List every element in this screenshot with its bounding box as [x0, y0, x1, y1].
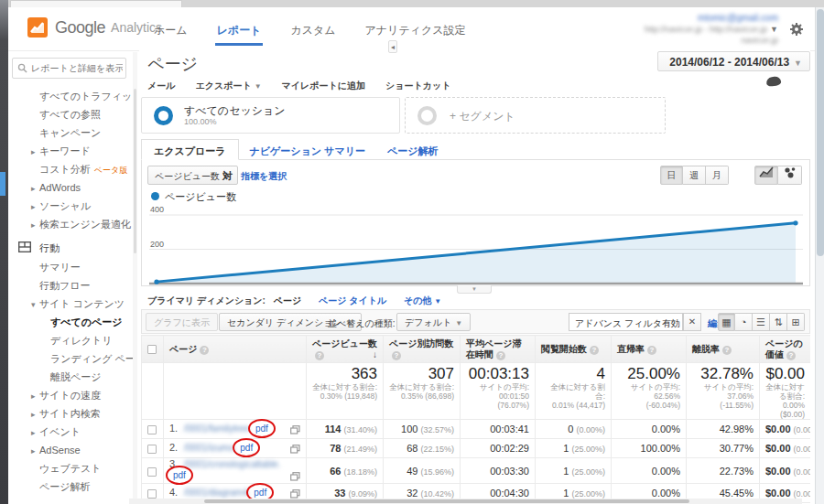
pageviews-chart-area[interactable]: 200400 — [149, 202, 803, 286]
help-icon[interactable]: ? — [392, 351, 401, 360]
nav-item-ホーム[interactable]: ホーム — [139, 7, 202, 51]
gear-icon[interactable] — [789, 22, 804, 37]
sidebar-item-サイト内検索[interactable]: ▸サイト内検索 — [8, 404, 137, 423]
column-header-ページビュー数[interactable]: ページビュー数?↓ — [307, 336, 384, 363]
segment-all-sessions[interactable]: すべてのセッション 100.00% — [141, 97, 400, 134]
plot-rows-button[interactable]: グラフに表示 — [146, 313, 218, 331]
column-header-ページの価値[interactable]: ページの価値? — [760, 336, 811, 363]
account-info[interactable]: mtomic@gmail.com http://navicon.jp - htt… — [645, 13, 778, 46]
select-all-checkbox[interactable] — [147, 345, 157, 354]
search-input[interactable] — [31, 63, 123, 73]
pdf-link[interactable]: pdf — [255, 424, 268, 434]
toolbar-ショートカット[interactable]: ショートカット — [385, 80, 450, 94]
table-view-icon[interactable]: ▦ — [718, 313, 735, 331]
column-header-平均ページ滞在時間[interactable]: 平均ページ滞在時間? — [461, 336, 536, 363]
nav-item-アナリティクス設定[interactable]: アナリティクス設定 — [351, 7, 481, 51]
chart-collapse-tab[interactable]: ▼ — [457, 285, 492, 294]
sidebar-item-キーワード[interactable]: ▸キーワード — [8, 142, 137, 160]
toolbar-マイレポートに追加[interactable]: マイレポートに追加 — [282, 80, 365, 94]
pdf-link[interactable]: pdf — [240, 443, 253, 453]
sidebar-item-コスト分析[interactable]: コスト分析ベータ版 — [8, 160, 137, 178]
performance-view-icon[interactable]: ☰ — [753, 313, 770, 331]
column-header-ページ別訪問数[interactable]: ページ別訪問数? — [384, 336, 461, 363]
sidebar-item-AdSense[interactable]: ▸AdSense — [8, 441, 137, 459]
sidebar-item-すべての参照[interactable]: すべての参照 — [8, 105, 137, 123]
sidebar-item-コンバージョン[interactable]: コンバージョン — [8, 500, 137, 504]
granularity-月-button[interactable]: 月 — [706, 166, 729, 185]
tab-ページ解析[interactable]: ページ解析 — [376, 140, 450, 158]
nav-item-カスタム[interactable]: カスタム — [276, 7, 350, 51]
chart-point-2014/06/13[interactable] — [793, 220, 797, 225]
comparison-view-icon[interactable]: ⇅ — [770, 313, 787, 331]
vertical-scrollbar-thumb[interactable] — [817, 9, 824, 256]
sidebar-scrollbar[interactable] — [133, 52, 137, 504]
column-header-閲覧開始数[interactable]: 閲覧開始数? — [536, 336, 612, 363]
sidebar-item-行動[interactable]: 行動 — [8, 238, 137, 258]
sidebar-item-AdWords[interactable]: ▸AdWords — [8, 178, 137, 197]
analyze-page-icon[interactable] — [290, 472, 300, 483]
sidebar-item-サイトの速度[interactable]: ▸サイトの速度 — [8, 386, 137, 404]
tab-エクスプローラ[interactable]: エクスプローラ — [141, 139, 239, 160]
account-caret-icon[interactable]: ▼ — [770, 25, 778, 34]
chart-point-2014/06/12[interactable] — [154, 280, 158, 284]
sidebar-item-離脱ページ[interactable]: 離脱ページ — [8, 368, 137, 386]
dimension-page[interactable]: ページ — [274, 295, 301, 306]
sidebar-item-ページ解析[interactable]: ページ解析 — [8, 477, 137, 496]
insights-icon[interactable] — [765, 76, 781, 87]
page-url-prefix[interactable]: /0001/familytree. — [184, 424, 252, 434]
granularity-週-button[interactable]: 週 — [683, 166, 706, 185]
sidebar-item-サイト コンテンツ[interactable]: ▾サイト コンテンツ — [8, 295, 137, 313]
nav-item-レポート[interactable]: レポート — [202, 7, 276, 51]
help-icon[interactable]: ? — [315, 351, 324, 360]
row-checkbox[interactable] — [147, 445, 157, 454]
tab-ナビゲーション サマリー[interactable]: ナビゲーション サマリー — [239, 140, 376, 158]
sort-desc-icon[interactable]: ↓ — [373, 349, 377, 360]
column-header-ページ[interactable]: ページ? — [164, 336, 307, 363]
sidebar-item-行動フロー[interactable]: 行動フロー — [8, 276, 137, 295]
sort-type-button[interactable]: デフォルト▼ — [396, 313, 471, 331]
vertical-scrollbar[interactable] — [815, 7, 824, 504]
row-checkbox[interactable] — [147, 489, 157, 499]
help-icon[interactable]: ? — [647, 346, 656, 355]
sidebar-item-ソーシャル[interactable]: ▸ソーシャル — [8, 197, 137, 215]
sidebar-item-イベント[interactable]: ▸イベント — [8, 423, 137, 441]
date-range-selector[interactable]: 2014/06/12 - 2014/06/13▼ — [657, 51, 810, 71]
toolbar-メール[interactable]: メール — [147, 80, 175, 94]
page-url-prefix[interactable]: /0001/izumo. — [184, 443, 236, 453]
advanced-filter-input[interactable]: アドバンス フィルタ有効 — [569, 313, 683, 331]
sidebar-item-ウェブテスト[interactable]: ウェブテスト — [8, 459, 137, 477]
column-header-離脱率[interactable]: 離脱率? — [687, 336, 760, 363]
motion-chart-icon[interactable] — [778, 166, 802, 185]
sidebar-item-すべてのページ[interactable]: すべてのページ — [8, 313, 137, 331]
pdf-link[interactable]: pdf — [173, 470, 186, 480]
add-segment-button[interactable]: + セグメント — [405, 97, 666, 134]
sidebar-scrollbar-thumb[interactable] — [134, 89, 136, 253]
sidebar-item-サマリー[interactable]: サマリー — [8, 258, 137, 276]
page-url-prefix[interactable]: /0001/cronologicaltable. — [184, 459, 281, 469]
column-header-直帰率[interactable]: 直帰率? — [612, 336, 687, 363]
sidebar-item-ランディング ページ[interactable]: ランディング ページ — [8, 349, 137, 368]
row-checkbox[interactable] — [147, 425, 157, 434]
help-icon[interactable]: ? — [496, 351, 505, 360]
row-checkbox[interactable] — [147, 467, 157, 477]
pdf-link[interactable]: pdf — [254, 488, 266, 498]
help-icon[interactable]: ? — [722, 346, 732, 355]
dimension-more-link[interactable]: その他 ▼ — [404, 295, 441, 306]
sidebar-item-キャンペーン[interactable]: キャンペーン — [8, 123, 137, 142]
sidebar-collapse-button[interactable]: ◂ — [388, 40, 397, 53]
sidebar-item-ディレクトリ[interactable]: ディレクトリ — [8, 331, 137, 349]
dimension-page-title-link[interactable]: ページ タイトル — [319, 295, 386, 306]
sidebar-item-すべてのトラフィック[interactable]: すべてのトラフィック — [8, 87, 137, 105]
granularity-日-button[interactable]: 日 — [660, 166, 683, 185]
pivot-view-icon[interactable]: ⊞ — [787, 313, 805, 331]
filter-clear-button[interactable]: ✕ — [683, 313, 701, 331]
line-chart-icon[interactable] — [754, 166, 778, 185]
report-search-box[interactable] — [12, 58, 126, 79]
help-icon[interactable]: ? — [590, 346, 599, 355]
horizontal-scrollbar-thumb[interactable] — [204, 499, 689, 503]
analyze-page-icon[interactable] — [290, 425, 300, 436]
horizontal-scrollbar[interactable] — [129, 499, 802, 504]
help-icon[interactable]: ? — [786, 351, 796, 360]
percentage-view-icon[interactable]: ◔ — [735, 313, 753, 331]
analyze-page-icon[interactable] — [290, 445, 300, 456]
